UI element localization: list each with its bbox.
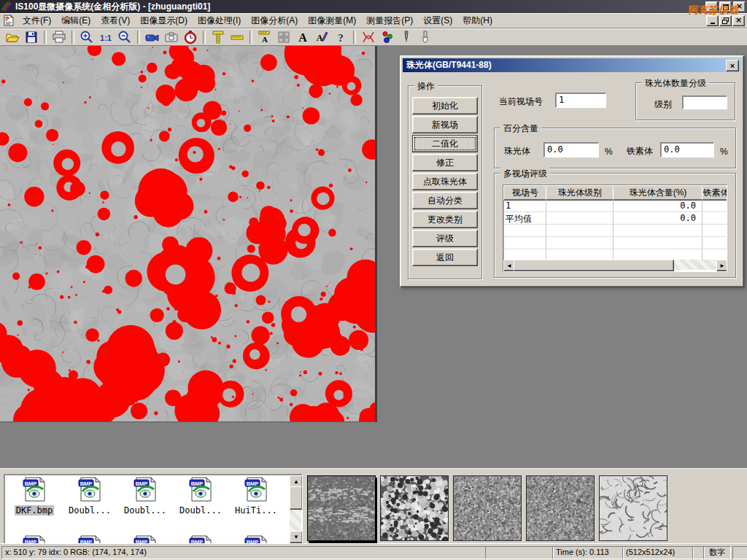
caliper-icon[interactable] — [209, 29, 228, 44]
op-button-4[interactable]: 点取珠光体 — [412, 173, 478, 190]
table-header-0[interactable]: 视场号 — [503, 185, 547, 201]
op-button-0[interactable]: 初始化 — [412, 97, 478, 114]
child-restore-icon — [722, 18, 729, 24]
menu-item-0[interactable]: 文件(F) — [18, 14, 56, 27]
child-close-button[interactable]: × — [732, 15, 745, 26]
pattern-icon[interactable] — [274, 29, 293, 44]
curve-icon[interactable] — [359, 29, 378, 44]
op-button-2[interactable]: 二值化 — [412, 135, 478, 152]
text-icon[interactable]: A — [293, 29, 312, 44]
save-icon[interactable] — [22, 29, 41, 44]
open-icon[interactable] — [3, 29, 22, 44]
scroll-thumb[interactable] — [290, 486, 303, 510]
percent-group-label: 百分含量 — [500, 122, 541, 135]
op-button-6[interactable]: 更改类别 — [412, 211, 478, 228]
bmp-file-icon: BMP — [7, 477, 61, 504]
menu-bar: 文件(F)编辑(E)查看(V)图像显示(D)图像处理(I)图像分析(A)图像测量… — [0, 13, 747, 28]
menu-item-2[interactable]: 查看(V) — [96, 14, 135, 27]
multifield-group-label: 多视场评级 — [500, 168, 550, 180]
menu-item-1[interactable]: 编辑(E) — [56, 14, 96, 27]
file-item-2[interactable]: BMPDoubl... — [118, 477, 172, 516]
op-button-3[interactable]: 修正 — [412, 154, 478, 171]
table-header-3[interactable]: 铁素体含量(%) — [702, 185, 727, 201]
measure-text-icon[interactable]: A — [255, 29, 274, 44]
pen-icon[interactable] — [397, 29, 416, 44]
table-scroll-right-button[interactable]: ► — [716, 260, 727, 271]
file-item-0[interactable]: BMPDKF.bmp — [7, 477, 61, 516]
dialog-close-icon: × — [730, 61, 735, 70]
current-field-input[interactable]: 1 — [555, 93, 606, 108]
table-gridline-v — [546, 199, 546, 261]
file-name: Doubl... — [123, 505, 168, 516]
file-name: Doubl... — [178, 505, 223, 516]
bmp-file-icon: BMP — [63, 477, 117, 504]
child-minimize-button[interactable] — [706, 15, 719, 26]
table-header-2[interactable]: 珠光体含量(%) — [613, 185, 703, 201]
table-row-1-pearlite[interactable]: 0.0 — [613, 213, 696, 223]
grade-input[interactable] — [682, 96, 727, 109]
table-scroll-thumb[interactable] — [514, 260, 674, 271]
status-empty-3 — [732, 546, 747, 559]
child-restore-button[interactable] — [719, 15, 732, 26]
op-button-5[interactable]: 自动分类 — [412, 192, 478, 209]
table-row-0-field[interactable]: 1 — [506, 201, 545, 211]
status-empty-1 — [485, 546, 554, 559]
file-item-3[interactable]: BMPDoubl... — [174, 477, 228, 516]
rating-table[interactable]: 视场号珠光体级别珠光体含量(%)铁素体含量(%)10.0平均值0.0◄► — [503, 184, 727, 272]
table-gridline-h — [503, 211, 727, 212]
pearlite-label: 珠光体 — [504, 145, 530, 158]
brush-icon[interactable] — [416, 29, 435, 44]
thumbnail-5[interactable] — [599, 475, 667, 541]
thumbnail-2[interactable] — [380, 475, 449, 541]
zoom-in-icon[interactable] — [77, 29, 96, 44]
ferrite-input[interactable]: 0.0 — [660, 142, 714, 158]
operations-group-label: 操作 — [414, 80, 438, 93]
toolbar-separator — [249, 31, 252, 44]
zoom-out-icon[interactable] — [115, 29, 134, 44]
particles-icon[interactable] — [378, 29, 397, 44]
timer-icon[interactable] — [181, 29, 200, 44]
table-row-0-pearlite[interactable]: 0.0 — [613, 201, 696, 211]
metallographic-image-canvas[interactable] — [0, 46, 377, 422]
menu-item-5[interactable]: 图像分析(A) — [246, 14, 303, 27]
camera-icon[interactable] — [162, 29, 181, 44]
dialog-title: 珠光体(GB/T9441-88) — [406, 59, 492, 71]
status-bar: x: 510 y: 79 idx: 0 RGB: (174, 174, 174)… — [0, 543, 747, 560]
print-icon[interactable] — [50, 29, 69, 44]
pearlite-percent-sign: % — [605, 147, 613, 157]
file-item-1[interactable]: BMPDoubl... — [63, 477, 117, 516]
table-row-1-field[interactable]: 平均值 — [506, 213, 545, 225]
thumbnail-3[interactable] — [453, 475, 522, 541]
app-logo-icon — [1, 1, 13, 12]
dialog-title-bar[interactable]: 珠光体(GB/T9441-88) × — [403, 58, 741, 72]
table-header-1[interactable]: 珠光体级别 — [546, 185, 614, 201]
thumbnail-4[interactable] — [526, 475, 595, 541]
annotate-icon[interactable]: A — [312, 29, 331, 44]
menu-item-8[interactable]: 设置(S) — [418, 14, 457, 27]
image-size-status: (512x512x24) — [622, 546, 694, 559]
thumbnail-1[interactable] — [307, 475, 376, 541]
bmp-file-icon: BMP — [229, 477, 283, 504]
help-icon[interactable]: ? — [331, 29, 350, 44]
file-list[interactable]: BMPDKF.bmpBMPDoubl...BMPDoubl...BMPDoubl… — [4, 474, 303, 545]
ruler-icon[interactable] — [228, 29, 247, 44]
table-gridline-h — [503, 249, 727, 249]
menu-item-6[interactable]: 图像测量(M) — [303, 14, 361, 27]
video-camera-icon[interactable] — [143, 29, 162, 44]
op-button-8[interactable]: 返回 — [412, 249, 478, 266]
menu-item-9[interactable]: 帮助(H) — [457, 14, 498, 27]
document-icon[interactable] — [3, 15, 15, 26]
op-button-7[interactable]: 评级 — [412, 230, 478, 247]
op-button-1[interactable]: 新视场 — [412, 116, 478, 133]
file-panel: BMPDKF.bmpBMPDoubl...BMPDoubl...BMPDoubl… — [0, 467, 747, 544]
menu-item-4[interactable]: 图像处理(I) — [193, 14, 246, 27]
file-list-scrollbar[interactable]: ▲▼ — [290, 475, 301, 543]
svg-text:A: A — [262, 35, 268, 44]
scroll-down-button[interactable]: ▼ — [290, 531, 303, 543]
menu-item-7[interactable]: 测量报告(P) — [361, 14, 418, 27]
pearlite-input[interactable]: 0.0 — [543, 142, 599, 158]
dialog-close-button[interactable]: × — [726, 60, 739, 71]
one-to-one-icon[interactable]: 1:1 — [96, 29, 115, 44]
file-item-4[interactable]: BMPHuiTi... — [229, 477, 283, 516]
menu-item-3[interactable]: 图像显示(D) — [135, 14, 193, 27]
